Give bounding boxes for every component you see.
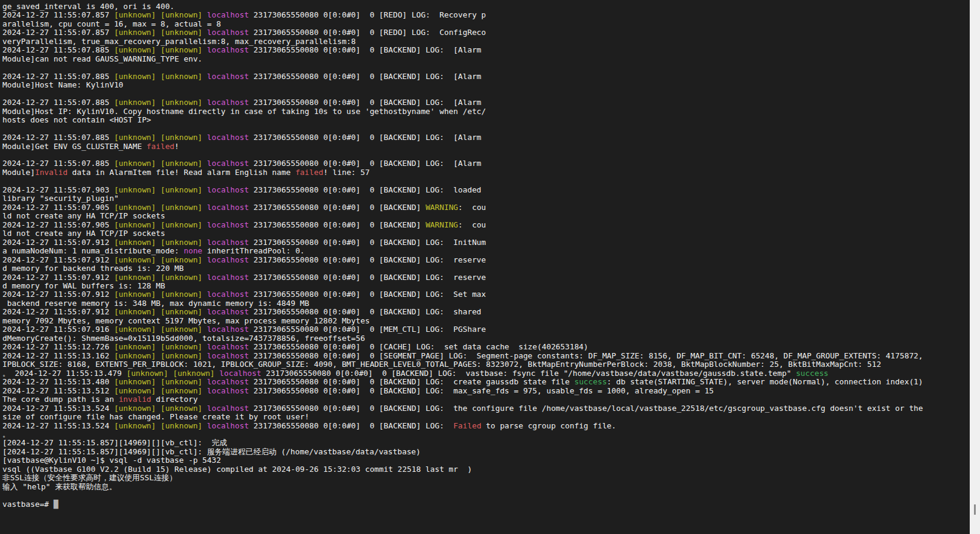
- terminal-text-segment: 。 2024-12-27 11:55:13.479: [2, 369, 126, 378]
- terminal-line: veryParallelism, true_max_recovery_paral…: [2, 37, 970, 46]
- terminal-line: 2024-12-27 11:55:07.916 [unknown] [unkno…: [2, 325, 970, 334]
- terminal-text-segment: memory 7092 Mbytes, memory context 5197 …: [2, 316, 370, 325]
- cursor: █: [54, 500, 59, 509]
- terminal-text-segment: d memory for WAL buffers is: 128 MB: [2, 281, 165, 290]
- terminal-line: 输入 "help" 来获取帮助信息。: [2, 483, 970, 491]
- terminal-text-segment: 2024-12-27 11:55:07.857: [2, 28, 114, 37]
- terminal-text-segment: 2024-12-27 11:55:07.912: [2, 238, 114, 247]
- terminal-text-segment: localhost: [207, 45, 249, 54]
- terminal-text-segment: localhost: [207, 325, 249, 334]
- terminal-line: 。: [2, 430, 970, 439]
- terminal-line: 2024-12-27 11:55:07.912 [unknown] [unkno…: [2, 238, 970, 247]
- terminal-line: 2024-12-27 11:55:13.480 [unknown] [unkno…: [2, 378, 970, 386]
- terminal-line: vsql ((Vastbase G100 V2.2 (Build 15) Rel…: [2, 465, 970, 474]
- terminal-text-segment: Module]Host Name: KylinV10: [2, 80, 123, 89]
- terminal-line: 2024-12-27 11:55:07.905 [unknown] [unkno…: [2, 203, 970, 212]
- terminal-text-segment: size of configure file has changed. Plea…: [2, 412, 310, 421]
- terminal-text-segment: ld not create any HA TCP/IP sockets: [2, 211, 165, 220]
- terminal-text-segment: veryParallelism, true_max_recovery_paral…: [2, 37, 356, 46]
- terminal-text-segment: 23173065550080 0[0:0#0] 0 [BACKEND]: [249, 203, 425, 212]
- terminal-line: 2024-12-27 11:55:13.162 [unknown] [unkno…: [2, 352, 970, 360]
- terminal-line: Module]Host IP: KylinV10. Copy hostname …: [2, 107, 970, 116]
- terminal-line: d memory for backend threads is: 220 MB: [2, 264, 970, 273]
- terminal-text-segment: 23173065550080 0[0:0#0] 0 [BACKEND] LOG:…: [249, 185, 481, 194]
- terminal-text-segment: localhost: [207, 133, 249, 142]
- terminal-text-segment: [unknown] [unknown]: [114, 421, 202, 430]
- terminal-line: [2, 491, 970, 500]
- terminal-text-segment: [unknown] [unknown]: [114, 325, 202, 334]
- terminal-text-segment: [unknown] [unknown]: [114, 255, 202, 264]
- terminal-text-segment: [202, 273, 207, 282]
- terminal-text-segment: 2024-12-27 11:55:07.885: [2, 133, 114, 142]
- terminal-text-segment: 23173065550080 0[0:0#0] 0 [BACKEND]: [249, 220, 425, 229]
- terminal-text-segment: [202, 98, 207, 107]
- terminal-line: vastbase=# █: [2, 500, 970, 509]
- terminal-text-segment: 2024-12-27 11:55:07.857: [2, 10, 114, 19]
- terminal-text-segment: 23173065550080 0[0:0#0] 0 [BACKEND] LOG:…: [249, 290, 486, 299]
- terminal-text-segment: 23173065550080 0[0:0#0] 0 [BACKEND] LOG:…: [261, 369, 796, 378]
- terminal-text-segment: localhost: [207, 342, 249, 351]
- terminal-text-segment: [202, 238, 207, 247]
- terminal-text-segment: 23173065550080 0[0:0#0] 0 [SEGMENT_PAGE]…: [249, 351, 923, 360]
- terminal-line: [2, 90, 970, 98]
- terminal-text-segment: 2024-12-27 11:55:07.885: [2, 159, 114, 168]
- terminal-line: [2, 125, 970, 133]
- terminal-text-segment: [202, 28, 207, 37]
- terminal-text-segment: [202, 45, 207, 54]
- terminal-line: 2024-12-27 11:55:07.857 [unknown] [unkno…: [2, 28, 970, 37]
- terminal-line: Module]Invalid data in AlarmItem file! R…: [2, 168, 970, 177]
- terminal-text-segment: 23173065550080 0[0:0#0] 0 [REDO] LOG: Re…: [249, 10, 486, 19]
- terminal-line: 2024-12-27 11:55:13.512 [unknown] [unkno…: [2, 387, 970, 395]
- terminal-text-segment: [202, 307, 207, 316]
- terminal-line: [2, 177, 970, 185]
- terminal-text-segment: localhost: [207, 351, 249, 360]
- terminal-text-segment: failed: [147, 142, 174, 151]
- terminal-text-segment: localhost: [207, 98, 249, 107]
- terminal-line: ld not create any HA TCP/IP sockets: [2, 229, 970, 238]
- terminal-text-segment: 23173065550080 0[0:0#0] 0 [BACKEND] LOG:…: [249, 386, 713, 395]
- terminal-text-segment: 非SSL连接（安全性要求高时，建议使用SSL连接）: [2, 473, 177, 482]
- terminal-text-segment: 2024-12-27 11:55:07.912: [2, 255, 114, 264]
- terminal-text-segment: [215, 369, 220, 378]
- terminal-text-segment: 23173065550080 0[0:0#0] 0 [REDO] LOG: Co…: [249, 28, 486, 37]
- terminal-line: 2024-12-27 11:55:07.912 [unknown] [unkno…: [2, 290, 970, 299]
- terminal-text-segment: [unknown] [unknown]: [114, 307, 202, 316]
- terminal-text-segment: [unknown] [unknown]: [114, 404, 202, 413]
- terminal-text-segment: The core dump path is an: [2, 395, 119, 404]
- terminal-text-segment: WARNING: [425, 203, 458, 212]
- terminal-text-segment: [unknown] [unknown]: [114, 290, 202, 299]
- terminal-text-segment: [202, 203, 207, 212]
- terminal-text-segment: [vastbase@KylinV10 ~]$ vsql -d vastbase …: [2, 456, 221, 465]
- terminal-output[interactable]: ge_saved_interval is 400, ori is 400.202…: [0, 0, 970, 534]
- terminal-text-segment: 2024-12-27 11:55:12.726: [2, 342, 114, 351]
- scrollbar-thumb[interactable]: [974, 504, 976, 515]
- terminal-text-segment: [202, 185, 207, 194]
- terminal-text-segment: 23173065550080 0[0:0#0] 0 [CACHE] LOG: s…: [249, 342, 588, 351]
- terminal-text-segment: Failed: [453, 421, 481, 430]
- terminal-text-segment: [202, 386, 207, 395]
- terminal-text-segment: [unknown] [unknown]: [114, 351, 202, 360]
- terminal-text-segment: : db state(STARTING_STATE), server mode(…: [607, 377, 923, 386]
- terminal-text-segment: 23173065550080 0[0:0#0] 0 [BACKEND] LOG:…: [249, 72, 481, 81]
- terminal-text-segment: backend reserve memory is: 348 MB, max d…: [2, 299, 310, 308]
- terminal-line: size of configure file has changed. Plea…: [2, 413, 970, 421]
- terminal-text-segment: 2024-12-27 11:55:07.903: [2, 185, 114, 194]
- terminal-line: 2024-12-27 11:55:07.912 [unknown] [unkno…: [2, 273, 970, 282]
- terminal-text-segment: : cou: [458, 220, 486, 229]
- terminal-line: [2024-12-27 11:55:15.857][14969][][vb_ct…: [2, 448, 970, 456]
- scrollbar-track[interactable]: [970, 0, 980, 534]
- terminal-text-segment: vastbase=#: [2, 500, 54, 509]
- terminal-text-segment: : cou: [458, 203, 486, 212]
- terminal-text-segment: [unknown] [unknown]: [114, 386, 202, 395]
- terminal-line: The core dump path is an invalid directo…: [2, 395, 970, 404]
- terminal-text-segment: [unknown] [unknown]: [114, 377, 202, 386]
- terminal-line: ld not create any HA TCP/IP sockets: [2, 212, 970, 220]
- terminal-text-segment: 输入 "help" 来获取帮助信息。: [2, 482, 117, 491]
- terminal-text-segment: ! line: 57: [323, 168, 370, 177]
- terminal-text-segment: success: [796, 369, 829, 378]
- terminal-text-segment: [unknown] [unknown]: [114, 220, 202, 229]
- terminal-text-segment: [202, 325, 207, 334]
- terminal-text-segment: ld not create any HA TCP/IP sockets: [2, 229, 165, 238]
- terminal-text-segment: [unknown] [unknown]: [114, 72, 202, 81]
- terminal-line: [2, 151, 970, 159]
